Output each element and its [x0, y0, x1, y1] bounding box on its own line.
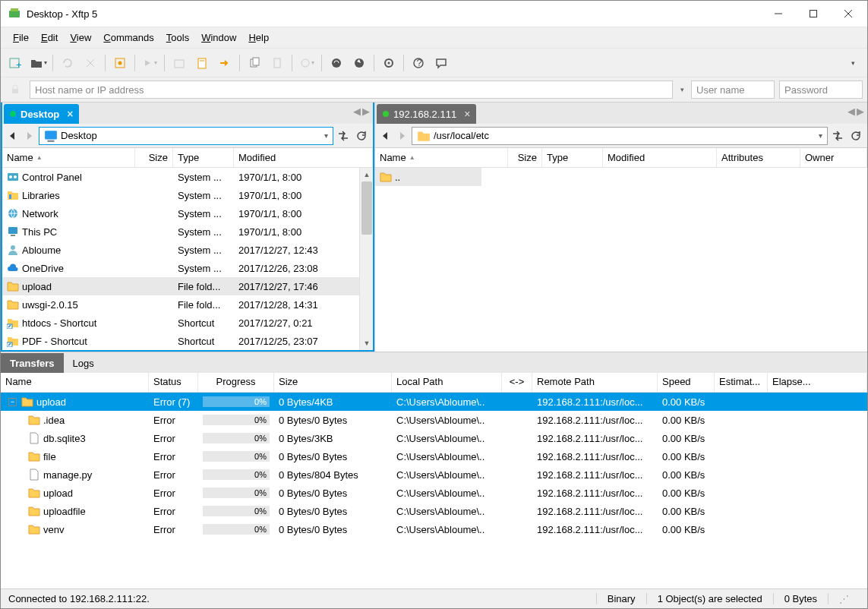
tab-logs[interactable]: Logs — [64, 353, 103, 373]
transfer-row[interactable]: venvError0%0 Bytes/0 BytesC:\Users\Ablou… — [1, 520, 867, 538]
menu-commands[interactable]: Commands — [97, 29, 159, 46]
list-item[interactable]: htdocs - ShortcutShortcut2017/12/27, 0:2… — [2, 314, 373, 332]
folder-icon — [28, 505, 40, 517]
list-item[interactable]: This PCSystem ...1970/1/1, 8:00 — [2, 222, 373, 241]
local-path-input[interactable]: Desktop ▾ — [39, 127, 333, 145]
transfer-list[interactable]: −uploadError (7)0%0 Bytes/4KBC:\Users\Ab… — [1, 393, 867, 588]
properties-button[interactable] — [110, 53, 130, 73]
transfer-row[interactable]: uploadError0%0 Bytes/0 BytesC:\Users\Abl… — [1, 484, 867, 502]
new-session-button[interactable]: + — [5, 53, 25, 73]
remote-path-text: /usr/local/etc — [434, 130, 489, 141]
transfer-row[interactable]: .ideaError0%0 Bytes/0 BytesC:\Users\Ablo… — [1, 411, 867, 429]
svg-point-22 — [388, 62, 390, 64]
list-item[interactable]: uwsgi-2.0.15File fold...2017/12/28, 14:3… — [2, 295, 373, 314]
transfer-button[interactable] — [215, 53, 235, 73]
tab-next-button[interactable]: ▶ — [362, 106, 370, 117]
desktop-icon — [44, 129, 58, 143]
transfer-icon[interactable] — [335, 128, 352, 144]
chevron-down-icon[interactable]: ▾ — [816, 131, 825, 140]
svg-rect-12 — [175, 60, 184, 68]
menu-view[interactable]: View — [64, 29, 97, 46]
open-session-button[interactable]: ▾ — [28, 53, 48, 73]
new-folder-button[interactable] — [169, 53, 189, 73]
remote-pathbar: /usr/local/etc ▾ — [375, 124, 867, 148]
refresh-button[interactable] — [353, 128, 370, 144]
transfer-row[interactable]: db.sqlite3Error0%0 Bytes/3KBC:\Users\Abl… — [1, 429, 867, 447]
scrollbar[interactable]: ▲ ▼ — [359, 168, 373, 350]
session-button[interactable] — [327, 53, 346, 73]
transfer-header[interactable]: Name Status Progress Size Local Path <->… — [1, 373, 867, 393]
menu-help[interactable]: Help — [242, 29, 275, 46]
status-connection: Connected to 192.168.2.111:22. — [8, 593, 150, 604]
svg-point-35 — [11, 245, 15, 250]
list-item[interactable]: Control PanelSystem ...1970/1/1, 8:00 — [2, 168, 373, 186]
close-button[interactable] — [831, 2, 866, 25]
remote-file-list[interactable]: .. — [375, 168, 867, 352]
username-input[interactable]: User name — [691, 80, 775, 99]
menu-window[interactable]: Window — [195, 29, 242, 46]
transfer-left-button[interactable]: ▾ — [140, 53, 159, 73]
list-item[interactable]: PDF - ShortcutShortcut2017/12/25, 23:07 — [2, 332, 373, 350]
remote-list-header[interactable]: Name▲ Size Type Modified Attributes Owne… — [375, 148, 867, 168]
chevron-down-icon[interactable]: ▾ — [321, 131, 331, 140]
back-button[interactable] — [5, 128, 21, 144]
password-input[interactable]: Password — [779, 80, 863, 99]
local-pane: Desktop × ◀▶ Desktop ▾ Name▲ Size Type M… — [1, 103, 374, 352]
maximize-button[interactable] — [796, 2, 831, 25]
menu-tools[interactable]: Tools — [160, 29, 195, 46]
options-button[interactable] — [379, 53, 399, 73]
menu-file[interactable]: File — [7, 29, 35, 46]
forward-button[interactable] — [395, 128, 410, 144]
refresh-button[interactable] — [847, 128, 864, 144]
tab-transfers[interactable]: Transfers — [1, 353, 64, 373]
feedback-button[interactable] — [431, 53, 451, 73]
tab-next-button[interactable]: ▶ — [857, 106, 864, 117]
reconnect-button[interactable] — [58, 53, 77, 73]
lib-icon — [7, 189, 19, 201]
minimize-button[interactable] — [761, 2, 796, 25]
folder-icon — [7, 298, 19, 311]
list-item[interactable]: NetworkSystem ...1970/1/1, 8:00 — [2, 204, 373, 222]
remote-tab-label: 192.168.2.111 — [393, 109, 456, 120]
close-icon[interactable]: × — [464, 108, 470, 120]
svg-rect-3 — [810, 11, 817, 17]
folder-icon — [417, 129, 431, 143]
compass-button[interactable] — [349, 53, 369, 73]
transfer-row[interactable]: fileError0%0 Bytes/0 BytesC:\Users\Ablou… — [1, 447, 867, 465]
transfer-icon[interactable] — [829, 128, 846, 144]
list-item[interactable]: uploadFile fold...2017/12/27, 17:46 — [2, 277, 373, 295]
transfer-row[interactable]: uploadfileError0%0 Bytes/0 BytesC:\Users… — [1, 502, 867, 520]
list-item[interactable]: AbloumeSystem ...2017/12/27, 12:43 — [2, 241, 373, 259]
local-list-header[interactable]: Name▲ Size Type Modified — [2, 148, 373, 168]
folder-icon — [380, 171, 392, 183]
local-file-list[interactable]: Control PanelSystem ...1970/1/1, 8:00Lib… — [2, 168, 373, 350]
forward-button[interactable] — [22, 128, 37, 144]
disconnect-button[interactable] — [80, 53, 100, 73]
svg-point-18 — [301, 59, 309, 67]
paste-button[interactable] — [267, 53, 287, 73]
tab-prev-button[interactable]: ◀ — [353, 106, 361, 117]
local-tab[interactable]: Desktop × — [4, 104, 79, 124]
host-input[interactable]: Host name or IP address — [30, 80, 673, 99]
svg-rect-31 — [9, 194, 11, 199]
transfer-row[interactable]: −uploadError (7)0%0 Bytes/4KBC:\Users\Ab… — [1, 393, 867, 411]
copy-button[interactable] — [245, 53, 264, 73]
delete-button[interactable] — [192, 53, 212, 73]
list-item[interactable]: OneDriveSystem ...2017/12/26, 23:08 — [2, 259, 373, 277]
expand-toggle[interactable]: − — [8, 398, 17, 406]
host-history-dropdown[interactable]: ▾ — [677, 86, 687, 93]
sync-button[interactable]: ▾ — [297, 53, 317, 73]
back-button[interactable] — [378, 128, 393, 144]
close-icon[interactable]: × — [67, 108, 73, 120]
toolbar-overflow-button[interactable]: ▾ — [843, 53, 863, 73]
help-button[interactable]: ? — [409, 53, 428, 73]
menu-edit[interactable]: Edit — [35, 29, 64, 46]
remote-path-input[interactable]: /usr/local/etc ▾ — [412, 127, 828, 145]
list-item[interactable]: LibrariesSystem ...1970/1/1, 8:00 — [2, 186, 373, 204]
app-icon — [8, 8, 21, 20]
transfer-row[interactable]: manage.pyError0%0 Bytes/804 BytesC:\User… — [1, 465, 867, 484]
tab-prev-button[interactable]: ◀ — [847, 106, 855, 117]
list-item[interactable]: .. — [375, 168, 481, 186]
resize-grip-icon[interactable]: ⋰ — [828, 593, 860, 604]
remote-tab[interactable]: 192.168.2.111 × — [377, 104, 476, 124]
